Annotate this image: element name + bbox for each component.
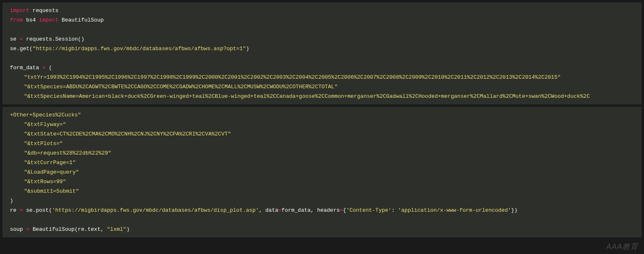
- code-line: "&txtPlots=": [2, 139, 642, 148]
- code-line-blank: [2, 53, 642, 63]
- code-line: "&txtState=CT%2CDE%2CMA%2CMD%2CNH%2CNJ%2…: [2, 129, 642, 139]
- code-line: se = requests.Session(): [2, 34, 642, 44]
- string-literal: "&LoadPage=query": [24, 169, 79, 175]
- string-literal: "&txtRows=99": [24, 179, 66, 185]
- string-url: "https://migbirdapps.fws.gov/mbdc/databa…: [33, 46, 246, 52]
- code-line: "&txtSpecies=ABDU%2CAGWT%2CBWTE%2CCAGO%2…: [2, 82, 642, 92]
- code-line: "&txtRows=99": [2, 177, 642, 186]
- string-literal: "&txtSpecies=ABDU%2CAGWT%2CBWTE%2CCAGO%2…: [24, 84, 338, 90]
- keyword-import: import: [39, 17, 58, 23]
- code-line: se.get("https://migbirdapps.fws.gov/mbdc…: [2, 44, 642, 53]
- code-line-blank: [2, 25, 642, 34]
- string-literal: "&submit1=Submit": [24, 188, 79, 194]
- string-literal: "&txtFlyway=": [24, 121, 66, 128]
- code-line: form_data = (: [2, 63, 642, 73]
- string-literal: +Other+Species%2Cucks": [10, 112, 81, 118]
- code-line: import requests: [2, 6, 642, 15]
- keyword-from: from: [10, 17, 23, 23]
- code-line: re = se.post('https://migbirdapps.fws.go…: [2, 206, 642, 215]
- code-line: "&txtSpeciesName=American+black+duck%2CG…: [2, 92, 642, 101]
- code-line: ): [2, 196, 642, 206]
- code-line-blank: [2, 215, 642, 225]
- keyword-import: import: [10, 7, 29, 14]
- code-line: from bs4 import BeautifulSoup: [2, 15, 642, 25]
- code-line: "txtYr=1993%2C1994%2C1995%2C1996%2C1997%…: [2, 73, 642, 82]
- code-line: soup = BeautifulSoup(re.text, "lxml"): [2, 225, 642, 234]
- code-block-2: +Other+Species%2Cucks" "&txtFlyway=" "&t…: [2, 107, 642, 237]
- code-line: +Other+Species%2Cucks": [2, 110, 642, 120]
- string-url: 'https://migbirdapps.fws.gov/mbdc/databa…: [52, 207, 259, 213]
- code-line: "&LoadPage=query": [2, 167, 642, 177]
- code-line: "&submit1=Submit": [2, 186, 642, 196]
- string-literal: "&txtCurrPage=1": [24, 160, 76, 166]
- string-literal: "&txtSpeciesName=American+black+duck%2CG…: [24, 93, 590, 99]
- code-line: "&txtCurrPage=1": [2, 158, 642, 167]
- string-literal: "&txtState=CT%2CDE%2CMA%2CMD%2CNH%2CNJ%2…: [24, 131, 231, 137]
- string-literal: "&db=request%28%22db%22%29": [24, 150, 111, 156]
- code-block-1: import requests from bs4 import Beautifu…: [2, 2, 642, 104]
- string-literal: "&txtPlots=": [24, 140, 63, 147]
- code-line: "&db=request%28%22db%22%29": [2, 148, 642, 158]
- code-line: "&txtFlyway=": [2, 120, 642, 129]
- string-literal: "txtYr=1993%2C1994%2C1995%2C1996%2C1997%…: [24, 74, 561, 80]
